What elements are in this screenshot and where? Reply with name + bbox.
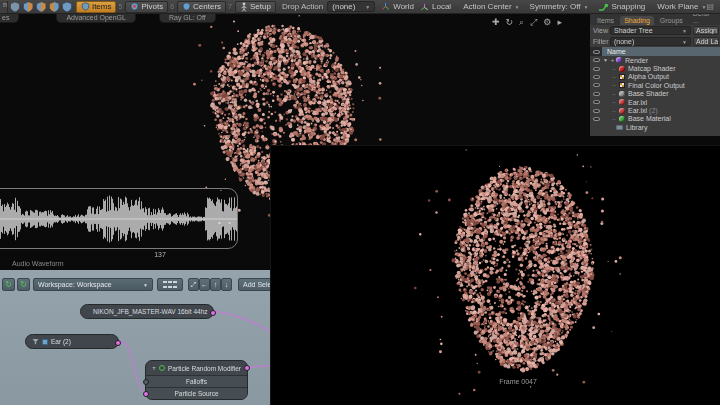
visibility-eye-icon[interactable] (593, 109, 600, 113)
shader-tree-row[interactable]: ▼+Render (590, 56, 720, 64)
tab-shading[interactable]: Shading (620, 16, 654, 25)
viewport-tab-clipped[interactable]: es (0, 14, 19, 23)
filter-row: Filter (none) ▼ Add Layer (590, 36, 720, 47)
shield-icon[interactable] (22, 1, 34, 13)
expander-icon[interactable]: ▼ (602, 57, 609, 63)
visibility-eye-icon[interactable] (593, 67, 600, 71)
tree-connector: – (609, 91, 619, 97)
assign-material-button[interactable]: Assign Mat (693, 26, 719, 35)
viewport-tab-raygl[interactable]: Ray GL: Off (159, 14, 216, 23)
shader-tree-row[interactable]: –Alpha Output (590, 73, 720, 81)
shield-icon[interactable] (9, 1, 21, 13)
tree-connector: – (609, 66, 619, 72)
viewport-2[interactable]: Frame 0047 (270, 145, 720, 405)
viewport-tab-advanced-opengl[interactable]: Advanced OpenGL (56, 14, 136, 23)
grid-layout-button[interactable] (157, 278, 183, 291)
arrow-left-button[interactable]: ← (199, 278, 210, 291)
shield-icon[interactable] (48, 1, 60, 13)
tab-defor-[interactable]: Defor ... (689, 14, 714, 25)
output-port[interactable] (244, 365, 250, 371)
arrow-up-button[interactable]: ↑ (210, 278, 221, 291)
local-axis-icon (420, 2, 429, 11)
input-port[interactable] (143, 379, 149, 385)
shader-tree-row[interactable]: –Matcap Shader (590, 64, 720, 72)
add-layer-button[interactable]: Add Layer (693, 37, 719, 46)
output-port[interactable] (210, 310, 216, 316)
visibility-eye-icon[interactable] (593, 117, 600, 121)
clipped-toolbar-button[interactable]: n (0, 1, 8, 13)
chevron-down-icon: ▼ (143, 282, 148, 288)
falloffs-row[interactable]: Falloffs (146, 375, 247, 387)
ear-node[interactable]: Ear (2) (25, 334, 119, 349)
arrow-left-icon: ← (201, 281, 208, 288)
expand-button[interactable]: ⤢ (188, 278, 199, 291)
tab-as[interactable]: As (716, 16, 720, 25)
orbit-icon[interactable]: ↻ (506, 17, 514, 27)
add-selected-button[interactable]: Add Selec (238, 278, 270, 291)
shader-tree-row[interactable]: –Ear.lxl (590, 98, 720, 106)
settings-icon[interactable]: ⚙ (543, 17, 551, 27)
filter-dropdown[interactable]: (none) ▼ (610, 37, 691, 46)
visibility-eye-icon[interactable] (593, 58, 600, 62)
local-axis-button[interactable]: Local (420, 2, 451, 11)
drop-action-dropdown[interactable]: (none) ▼ (327, 1, 375, 12)
more-icon[interactable]: ▸ (557, 17, 562, 27)
shader-tree-row[interactable]: –Ear.lxl(2) (590, 106, 720, 114)
tree-column-header: Name (590, 47, 720, 56)
zoom-icon[interactable]: ⌕ (519, 17, 524, 27)
shader-tree-row[interactable]: Library (590, 123, 720, 131)
workspace-reset-button[interactable]: ↻ (17, 278, 30, 291)
audio-node[interactable]: NIKON_JFB_MASTER-WAV 16bit 44hz (80, 304, 214, 319)
viewport-2-point-cloud[interactable] (271, 146, 720, 405)
tree-connector: – (609, 99, 619, 105)
audio-waveform-panel (0, 188, 238, 249)
frame-caption: Frame 0047 (478, 378, 558, 385)
shield-icon[interactable] (61, 1, 73, 13)
shader-item-label: Library (626, 124, 647, 131)
particle-random-modifier-node[interactable]: Particle Random Modifier Falloffs Partic… (145, 360, 248, 400)
filter-value: (none) (614, 38, 634, 45)
world-axis-icon (381, 2, 390, 11)
funnel-icon (32, 338, 39, 345)
falloffs-label: Falloffs (186, 378, 207, 385)
items-mode-button[interactable]: Items (76, 1, 117, 13)
shader-tree-row[interactable]: –Final Color Output (590, 81, 720, 89)
snapping-button[interactable]: Snapping (598, 2, 645, 11)
checker-icon (619, 82, 625, 88)
folder-icon (616, 125, 623, 130)
sphere-icon (619, 116, 625, 122)
shading-tabs: ItemsShadingGroupsDefor ...As (590, 14, 720, 25)
shader-item-label: Final Color Output (628, 82, 685, 89)
workspace-dropdown[interactable]: Workspace: Workspace ▼ (33, 278, 153, 291)
add-selected-label: Add Selec (243, 281, 270, 288)
world-axis-button[interactable]: World (381, 2, 414, 11)
arrow-down-button[interactable]: ↓ (221, 278, 232, 291)
visibility-eye-icon[interactable] (593, 92, 600, 96)
pan-icon[interactable]: ✚ (492, 17, 500, 27)
visibility-eye-icon[interactable] (593, 83, 600, 87)
layout-icons[interactable]: ▤ (706, 2, 716, 11)
shield-icon[interactable] (35, 1, 47, 13)
tab-items[interactable]: Items (593, 16, 618, 25)
visibility-eye-icon[interactable] (593, 100, 600, 104)
fit-icon[interactable]: ⤢ (530, 17, 537, 27)
shader-tree-row[interactable]: –Base Material (590, 115, 720, 123)
sphere-icon (619, 66, 625, 72)
pivots-mode-button[interactable]: Pivots (125, 1, 168, 13)
viewport-nav: ✚↻⌕⤢⚙▸ (492, 17, 562, 27)
work-plane-button[interactable]: Work Plane ▼ (657, 2, 706, 11)
setup-label: Setup (250, 2, 271, 11)
visibility-eye-icon[interactable] (593, 75, 600, 79)
modifier-node-header[interactable]: Particle Random Modifier (146, 361, 247, 375)
centers-mode-button[interactable]: Centers (177, 1, 226, 13)
action-center-button[interactable]: Action Center ▼ (463, 2, 519, 11)
symmetry-button[interactable]: Symmetry: Off ▼ (530, 2, 589, 11)
view-dropdown[interactable]: Shader Tree ▼ (610, 26, 691, 35)
tab-groups[interactable]: Groups (656, 16, 687, 25)
shader-tree-row[interactable]: –Base Shader (590, 90, 720, 98)
particle-source-row[interactable]: Particle Source (146, 387, 247, 399)
workspace-new-button[interactable]: ↻ (2, 278, 15, 291)
setup-button[interactable]: Setup (235, 1, 276, 13)
output-port[interactable] (115, 340, 121, 346)
input-port[interactable] (143, 391, 149, 397)
